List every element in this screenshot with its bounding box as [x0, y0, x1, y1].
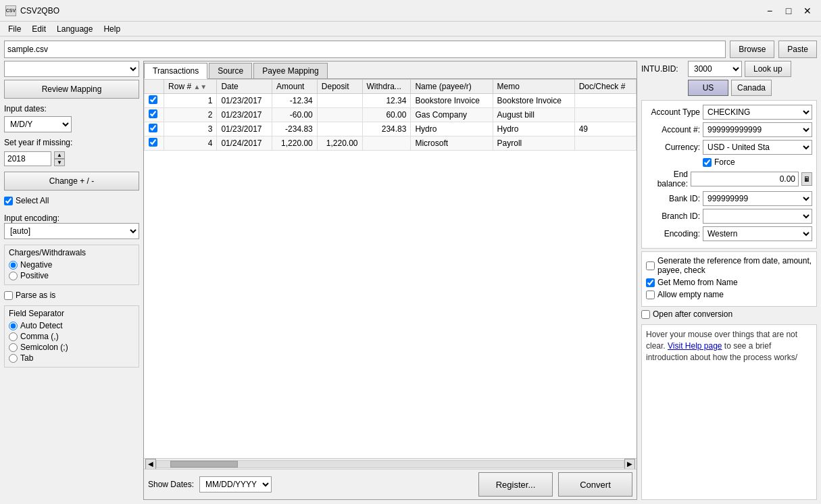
select-all-checkbox-label[interactable]: Select All [4, 196, 49, 205]
positive-radio-row[interactable]: Positive [9, 271, 134, 280]
col-name[interactable]: Name (payee/r) [411, 80, 493, 94]
end-balance-input[interactable] [691, 172, 799, 186]
review-mapping-button[interactable]: Review Mapping [4, 80, 139, 99]
semicolon-label: Semicolon (;) [20, 343, 68, 352]
col-deposit[interactable]: Deposit [317, 80, 362, 94]
minimize-button[interactable]: − [762, 4, 778, 18]
year-input[interactable] [4, 151, 51, 166]
scrollbar-track[interactable] [156, 460, 624, 468]
account-type-label: Account Type [646, 107, 700, 117]
allow-empty-checkbox[interactable] [646, 291, 655, 299]
col-memo[interactable]: Memo [493, 80, 574, 94]
force-checkbox[interactable] [703, 158, 712, 167]
row-checkbox-cell[interactable] [145, 94, 164, 108]
maximize-button[interactable]: □ [780, 4, 797, 18]
open-after-checkbox-label[interactable]: Open after conversion [641, 309, 817, 319]
options-section: Generate the reference from date, amount… [641, 251, 817, 307]
parse-as-is-checkbox[interactable] [4, 291, 13, 300]
bank-id-select[interactable]: 999999999 [703, 191, 812, 206]
auto-detect-radio-row[interactable]: Auto Detect [9, 321, 134, 330]
menu-language[interactable]: Language [51, 23, 98, 35]
col-doc[interactable]: Doc/Check # [574, 80, 636, 94]
comma-radio-row[interactable]: Comma (,) [9, 332, 134, 341]
menu-help[interactable]: Help [98, 23, 126, 35]
row-checkbox-2[interactable] [149, 124, 157, 132]
tab-payee-mapping[interactable]: Payee Mapping [253, 63, 327, 78]
row-amount: -60.00 [272, 108, 318, 122]
tab-source[interactable]: Source [209, 63, 252, 78]
field-separator-group: Field Separator Auto Detect Comma (,) Se… [4, 305, 139, 368]
row-checkbox-cell[interactable] [145, 122, 164, 136]
account-settings-form: Account Type CHECKING Account #: 9999999… [641, 100, 817, 249]
canada-button[interactable]: Canada [731, 80, 772, 96]
help-link[interactable]: Visit Help page [668, 341, 722, 351]
horizontal-scrollbar[interactable]: ◀ ▶ [144, 458, 637, 469]
register-button[interactable]: Register... [478, 472, 553, 497]
tab-radio[interactable] [9, 354, 18, 363]
calculator-icon[interactable]: 🖩 [801, 172, 812, 186]
allow-empty-checkbox-label[interactable]: Allow empty name [646, 290, 812, 299]
gen-ref-checkbox-label[interactable]: Generate the reference from date, amount… [646, 256, 812, 275]
date-format-select[interactable]: M/D/Y [4, 116, 72, 132]
tab-transactions[interactable]: Transactions [144, 63, 207, 79]
gen-ref-checkbox[interactable] [646, 261, 655, 270]
scroll-right-button[interactable]: ▶ [624, 459, 635, 470]
change-button[interactable]: Change + / - [4, 172, 139, 191]
row-checkbox-1[interactable] [149, 109, 157, 118]
branch-id-select[interactable] [703, 209, 812, 224]
menu-edit[interactable]: Edit [26, 23, 51, 35]
row-number: 3 [164, 122, 217, 136]
row-deposit [317, 108, 362, 122]
convert-button[interactable]: Convert [558, 472, 632, 497]
col-amount[interactable]: Amount [272, 80, 318, 94]
col-date[interactable]: Date [217, 80, 272, 94]
account-number-select[interactable]: 999999999999 [703, 122, 812, 137]
currency-select[interactable]: USD - United Sta [703, 140, 812, 155]
browse-button[interactable]: Browse [730, 41, 774, 58]
col-withdrawal[interactable]: Withdra... [362, 80, 411, 94]
col-row[interactable]: Row # ▲▼ [164, 80, 217, 94]
force-checkbox-label[interactable]: Force [703, 157, 735, 167]
row-checkbox-cell[interactable] [145, 108, 164, 122]
positive-radio[interactable] [9, 272, 18, 280]
look-up-button[interactable]: Look up [745, 61, 791, 77]
semicolon-radio[interactable] [9, 343, 18, 352]
parse-as-is-row: Parse as is [4, 291, 139, 300]
menu-file[interactable]: File [3, 23, 26, 35]
auto-detect-radio[interactable] [9, 322, 18, 330]
charges-withdrawals-group: Charges/Withdrawals Negative Positive [4, 245, 139, 285]
encoding-right-select[interactable]: Western [703, 226, 812, 241]
file-path-input[interactable] [4, 41, 726, 58]
paste-button[interactable]: Paste [778, 41, 817, 58]
row-checkbox-0[interactable] [149, 95, 157, 104]
title-bar: CSV CSV2QBO − □ ✕ [0, 0, 821, 22]
select-all-checkbox[interactable] [4, 197, 13, 205]
us-button[interactable]: US [688, 80, 728, 96]
semicolon-radio-row[interactable]: Semicolon (;) [9, 343, 134, 352]
scroll-left-button[interactable]: ◀ [145, 459, 156, 470]
open-after-checkbox[interactable] [641, 310, 650, 319]
negative-radio-row[interactable]: Negative [9, 260, 134, 270]
intu-bid-row: INTU.BID: 3000 Look up [641, 61, 817, 77]
intu-bid-select[interactable]: 3000 [688, 61, 742, 77]
row-checkbox-3[interactable] [149, 138, 157, 147]
left-dropdown[interactable] [4, 61, 139, 77]
year-up-button[interactable]: ▲ [54, 151, 65, 159]
tab-radio-row[interactable]: Tab [9, 353, 134, 363]
scrollbar-thumb[interactable] [170, 461, 238, 468]
right-panel: INTU.BID: 3000 Look up US Canada Account… [641, 61, 817, 500]
close-button[interactable]: ✕ [799, 4, 816, 18]
year-down-button[interactable]: ▼ [54, 159, 65, 166]
get-memo-checkbox[interactable] [646, 278, 655, 287]
top-row: Browse Paste [4, 41, 817, 58]
row-amount: -234.83 [272, 122, 318, 136]
account-type-select[interactable]: CHECKING [703, 105, 812, 120]
negative-radio[interactable] [9, 261, 18, 270]
get-memo-checkbox-label[interactable]: Get Memo from Name [646, 278, 812, 287]
comma-radio[interactable] [9, 332, 18, 341]
encoding-select[interactable]: [auto] [4, 223, 139, 239]
parse-as-is-label[interactable]: Parse as is [4, 291, 55, 300]
show-dates-select[interactable]: MM/DD/YYYY [199, 476, 272, 493]
row-checkbox-cell[interactable] [145, 136, 164, 151]
help-box: Hover your mouse over things that are no… [641, 324, 817, 500]
